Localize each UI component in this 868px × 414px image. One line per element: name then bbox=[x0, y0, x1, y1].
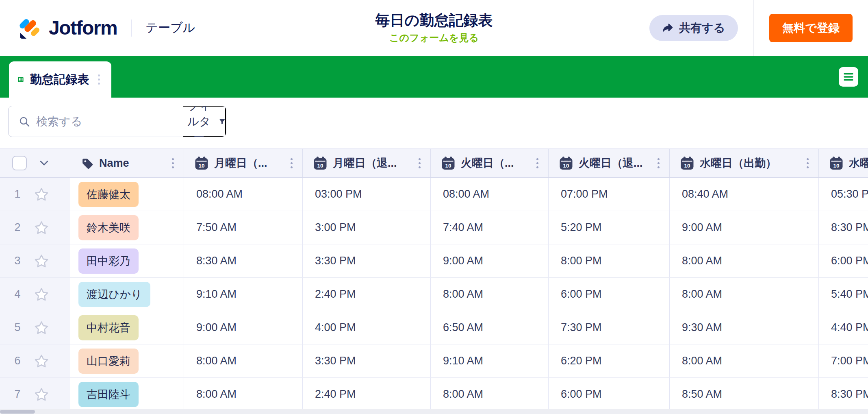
star-icon[interactable] bbox=[33, 320, 50, 336]
filter-button[interactable]: フィルター bbox=[183, 106, 226, 137]
star-icon[interactable] bbox=[33, 253, 50, 269]
tab-attendance-sheet[interactable]: 勤怠記録表 bbox=[9, 61, 111, 98]
time-cell[interactable]: 9:00 AM bbox=[670, 211, 819, 244]
time-cell[interactable]: 9:30 AM bbox=[670, 311, 819, 344]
chevron-down-icon[interactable] bbox=[40, 160, 48, 166]
column-header-date[interactable]: 10 水曜日（出勤） bbox=[670, 149, 819, 177]
grid-table-icon bbox=[18, 72, 24, 87]
time-cell[interactable]: 8:50 AM bbox=[670, 378, 819, 411]
star-icon[interactable] bbox=[33, 220, 50, 236]
column-menu-button[interactable] bbox=[655, 156, 662, 171]
column-header-name[interactable]: Name bbox=[70, 149, 184, 177]
column-label: 水曜日 bbox=[849, 156, 868, 170]
signup-button[interactable]: 無料で登録 bbox=[769, 14, 853, 42]
table-row[interactable]: 4 渡辺ひかり 9:10 AM 2:40 PM 8:00 AM 6:00 PM … bbox=[0, 278, 868, 311]
row-number: 4 bbox=[12, 288, 23, 301]
name-chip[interactable]: 鈴木美咲 bbox=[78, 215, 139, 240]
time-cell[interactable]: 5:40 PM bbox=[819, 278, 868, 311]
tag-icon bbox=[81, 157, 93, 170]
column-label: Name bbox=[99, 157, 164, 170]
time-cell[interactable]: 07:00 PM bbox=[549, 178, 670, 211]
star-icon[interactable] bbox=[33, 286, 50, 303]
filter-funnel-icon bbox=[219, 116, 225, 126]
time-cell[interactable]: 3:30 PM bbox=[303, 244, 431, 277]
name-chip[interactable]: 佐藤健太 bbox=[78, 182, 139, 207]
time-cell[interactable]: 8:00 PM bbox=[549, 244, 670, 277]
time-cell[interactable]: 05:30 PM bbox=[819, 178, 868, 211]
time-cell[interactable]: 7:40 AM bbox=[431, 211, 549, 244]
column-header-date[interactable]: 10 火曜日（退... bbox=[549, 149, 670, 177]
product-name: テーブル bbox=[145, 20, 195, 36]
time-cell[interactable]: 7:00 PM bbox=[819, 344, 868, 377]
time-cell[interactable]: 5:20 PM bbox=[549, 211, 670, 244]
time-cell[interactable]: 8:00 AM bbox=[670, 278, 819, 311]
column-menu-button[interactable] bbox=[804, 156, 811, 171]
column-header-date[interactable]: 10 火曜日（... bbox=[431, 149, 549, 177]
time-cell[interactable]: 3:00 PM bbox=[303, 211, 431, 244]
time-cell[interactable]: 9:00 AM bbox=[184, 311, 303, 344]
view-form-link[interactable]: このフォームを見る bbox=[389, 31, 479, 44]
time-cell[interactable]: 6:20 PM bbox=[549, 344, 670, 377]
page-title: 毎日の勤怠記録表 bbox=[375, 11, 493, 29]
search-input[interactable] bbox=[36, 115, 183, 128]
time-cell[interactable]: 9:10 AM bbox=[431, 344, 549, 377]
name-chip[interactable]: 中村花音 bbox=[78, 315, 139, 340]
table-row[interactable]: 6 山口愛莉 8:00 AM 3:30 PM 9:10 AM 6:20 PM 8… bbox=[0, 344, 868, 378]
time-cell[interactable]: 8:00 AM bbox=[670, 244, 819, 277]
time-cell[interactable]: 7:30 PM bbox=[549, 311, 670, 344]
time-cell[interactable]: 4:00 PM bbox=[303, 311, 431, 344]
time-cell[interactable]: 6:00 PM bbox=[819, 244, 868, 277]
time-cell[interactable]: 6:00 PM bbox=[549, 278, 670, 311]
name-chip[interactable]: 吉田陸斗 bbox=[78, 382, 139, 407]
time-cell[interactable]: 2:40 PM bbox=[303, 278, 431, 311]
time-cell[interactable]: 08:00 AM bbox=[431, 178, 549, 211]
column-label: 水曜日（出勤） bbox=[700, 156, 799, 170]
star-icon[interactable] bbox=[33, 186, 50, 203]
time-cell[interactable]: 3:30 PM bbox=[303, 344, 431, 377]
time-cell[interactable]: 7:50 AM bbox=[184, 211, 303, 244]
table-row[interactable]: 7 吉田陸斗 8:00 AM 2:40 PM 8:00 AM 6:00 PM 8… bbox=[0, 378, 868, 411]
time-cell[interactable]: 8:30 AM bbox=[184, 244, 303, 277]
jotform-logo-link[interactable]: Jotform テーブル bbox=[0, 17, 195, 39]
select-all-checkbox[interactable] bbox=[12, 156, 27, 170]
time-cell[interactable]: 6:50 AM bbox=[431, 311, 549, 344]
column-header-date[interactable]: 10 月曜日（... bbox=[184, 149, 303, 177]
time-cell[interactable]: 9:10 AM bbox=[184, 278, 303, 311]
column-header-date[interactable]: 10 月曜日（退... bbox=[303, 149, 431, 177]
column-menu-button[interactable] bbox=[416, 156, 423, 171]
table-row[interactable]: 2 鈴木美咲 7:50 AM 3:00 PM 7:40 AM 5:20 PM 9… bbox=[0, 211, 868, 244]
time-cell[interactable]: 8:30 PM bbox=[819, 211, 868, 244]
tab-menu-button[interactable] bbox=[95, 72, 102, 87]
column-menu-button[interactable] bbox=[288, 156, 295, 171]
time-cell[interactable]: 03:00 PM bbox=[303, 178, 431, 211]
horizontal-scrollbar-thumb[interactable] bbox=[0, 410, 35, 414]
time-cell[interactable]: 08:40 AM bbox=[670, 178, 819, 211]
column-menu-button[interactable] bbox=[534, 156, 541, 171]
table-header-row: Name 10 月曜日（... 10 月曜日（退... bbox=[0, 148, 868, 178]
time-cell[interactable]: 8:00 AM bbox=[431, 278, 549, 311]
share-button[interactable]: 共有する bbox=[649, 15, 738, 41]
name-chip[interactable]: 田中彩乃 bbox=[78, 248, 139, 274]
column-menu-button[interactable] bbox=[169, 156, 176, 171]
sheet-menu-button[interactable] bbox=[839, 67, 858, 87]
time-cell[interactable]: 08:00 AM bbox=[184, 178, 303, 211]
time-cell[interactable]: 8:00 AM bbox=[431, 378, 549, 411]
name-chip[interactable]: 山口愛莉 bbox=[78, 349, 139, 374]
column-header-date[interactable]: 10 水曜日 bbox=[819, 149, 868, 177]
star-icon[interactable] bbox=[33, 353, 50, 369]
time-cell[interactable]: 8:30 PM bbox=[819, 378, 868, 411]
star-icon[interactable] bbox=[33, 386, 50, 403]
table-row[interactable]: 1 佐藤健太 08:00 AM 03:00 PM 08:00 AM 07:00 … bbox=[0, 178, 868, 211]
time-cell[interactable]: 9:00 AM bbox=[431, 244, 549, 277]
time-cell[interactable]: 8:00 AM bbox=[184, 344, 303, 377]
time-cell[interactable]: 4:40 PM bbox=[819, 311, 868, 344]
title-block: 毎日の勤怠記録表 このフォームを見る bbox=[375, 11, 493, 44]
table-row[interactable]: 5 中村花音 9:00 AM 4:00 PM 6:50 AM 7:30 PM 9… bbox=[0, 311, 868, 344]
jotform-logo-icon bbox=[18, 17, 41, 39]
time-cell[interactable]: 8:00 AM bbox=[670, 344, 819, 377]
table-row[interactable]: 3 田中彩乃 8:30 AM 3:30 PM 9:00 AM 8:00 PM 8… bbox=[0, 244, 868, 278]
time-cell[interactable]: 6:00 PM bbox=[549, 378, 670, 411]
time-cell[interactable]: 2:40 PM bbox=[303, 378, 431, 411]
name-chip[interactable]: 渡辺ひかり bbox=[78, 282, 150, 307]
time-cell[interactable]: 8:00 AM bbox=[184, 378, 303, 411]
